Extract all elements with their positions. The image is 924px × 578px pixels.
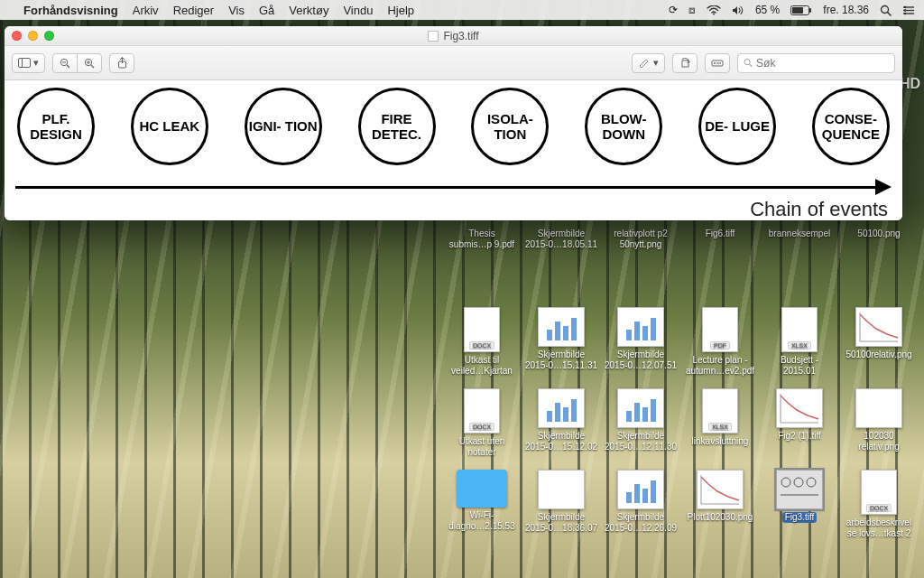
svg-point-36: [794, 478, 803, 487]
share-button[interactable]: [109, 53, 134, 73]
svg-point-10: [904, 9, 907, 12]
desktop-file[interactable]: Skjermbilde2015-0…15.12.02: [523, 387, 599, 466]
app-name[interactable]: Forhåndsvisning: [23, 4, 118, 17]
chain-caption: Chain of events: [15, 198, 892, 220]
desktop-file[interactable]: 50100.png: [841, 224, 917, 303]
desktop-file[interactable]: PDFLecture plan -autumn…ev2.pdf: [682, 305, 758, 385]
desktop-file[interactable]: Skjermbilde2015-0…12.26.09: [603, 468, 679, 547]
file-thumbnail: XLSX: [702, 388, 738, 434]
desktop-file[interactable]: branneksempel: [762, 224, 837, 303]
macos-menubar: Forhåndsvisning Arkiv Rediger Vis Gå Ver…: [0, 0, 924, 20]
window-minimize-button[interactable]: [28, 31, 38, 41]
file-label: Skjermbilde2015-0…18.36.07: [525, 512, 597, 533]
desktop-file[interactable]: DOCXarbeidsbeskrivelse lovs…tkast 2: [841, 468, 917, 547]
file-thumbnail: [617, 388, 664, 428]
hd-watermark: HD: [900, 76, 920, 92]
desktop-file[interactable]: Wi-Fi-diagno…2.15.53: [444, 468, 520, 547]
file-label: linkavsluttning: [692, 436, 749, 447]
document-canvas[interactable]: PLF. DESIGN HC LEAK IGNI- TION FIRE DETE…: [5, 80, 902, 220]
window-close-button[interactable]: [12, 31, 22, 41]
file-label: Budsjett -2015.01: [781, 355, 818, 376]
svg-point-27: [744, 59, 750, 64]
desktop-file[interactable]: 50100relativ.png: [841, 305, 917, 385]
sync-icon[interactable]: ⟳: [669, 4, 678, 16]
desktop-file[interactable]: Fig2 (1).tiff: [762, 387, 837, 466]
window-title: Fig3.tiff: [443, 30, 478, 42]
svg-line-20: [91, 65, 94, 68]
file-thumbnail: [617, 470, 664, 509]
window-zoom-button[interactable]: [44, 31, 54, 41]
notification-center-icon[interactable]: [902, 5, 915, 15]
desktop-file[interactable]: XLSXBudsjett -2015.01: [762, 305, 837, 385]
svg-line-28: [750, 64, 753, 67]
file-label: Utkast utennotater: [459, 436, 505, 457]
desktop-file[interactable]: Skjermbilde2015-0…12.07.51: [603, 305, 679, 385]
file-thumbnail: [617, 307, 664, 347]
desktop-file[interactable]: XLSXlinkavsluttning: [682, 387, 758, 466]
file-label: relativplott p250nytt.png: [614, 228, 667, 249]
file-label: Thesissubmis…p 9.pdf: [449, 228, 514, 249]
desktop-file[interactable]: Plott102030.png: [682, 468, 758, 547]
menu-rediger[interactable]: Rediger: [173, 4, 215, 17]
file-label: Fig6.tiff: [706, 228, 735, 239]
file-thumbnail: DOCX: [861, 470, 897, 515]
preview-toolbar: ▾ ▾: [5, 46, 902, 80]
menubar-clock[interactable]: fre. 18.36: [823, 4, 869, 16]
menu-ga[interactable]: Gå: [259, 4, 274, 17]
chain-node-isolation: ISOLA- TION: [471, 88, 549, 165]
svg-line-5: [888, 12, 892, 15]
desktop-icons-grid: Thesissubmis…p 9.pdfSkjermbilde2015-0…18…: [433, 224, 917, 571]
search-input[interactable]: [756, 57, 889, 70]
desktop-file[interactable]: Skjermbilde2015-0…18.05.11: [523, 224, 599, 303]
desktop-file[interactable]: Fig3.tiff: [762, 468, 837, 547]
chain-node-blowdown: BLOW- DOWN: [585, 88, 662, 165]
desktop-file[interactable]: Skjermbilde2015-0…12.11.30: [603, 387, 679, 466]
sidebar-view-button[interactable]: ▾: [12, 53, 45, 73]
wifi-icon[interactable]: [707, 5, 721, 15]
volume-icon[interactable]: [732, 5, 744, 15]
svg-point-11: [904, 12, 907, 14]
desktop-file[interactable]: Fig6.tiff: [682, 224, 758, 303]
file-label: arbeidsbeskrivelse lovs…tkast 2: [846, 517, 911, 538]
file-label: Skjermbilde2015-0…12.11.30: [605, 431, 677, 452]
menu-vis[interactable]: Vis: [228, 4, 245, 17]
toolbar-search-field[interactable]: [737, 53, 895, 73]
desktop-file[interactable]: Skjermbilde2015-0…15.11.31: [523, 305, 599, 385]
menu-verktoy[interactable]: Verktøy: [289, 4, 328, 17]
preview-window: Fig3.tiff ▾ ▾: [5, 26, 902, 220]
desktop-file[interactable]: relativplott p250nytt.png: [603, 224, 679, 303]
desktop-file[interactable]: Skjermbilde2015-0…18.36.07: [523, 468, 599, 547]
spotlight-icon[interactable]: [880, 5, 892, 16]
desktop-file[interactable]: 102030relativ.png: [841, 387, 917, 466]
zoom-out-button[interactable]: [52, 53, 78, 73]
menu-arkiv[interactable]: Arkiv: [133, 4, 159, 17]
svg-rect-3: [809, 8, 811, 13]
chain-arrow: [15, 178, 892, 196]
desktop-file[interactable]: DOCXUtkast tilveiled…Kjartan: [444, 305, 520, 385]
desktop-file[interactable]: Thesissubmis…p 9.pdf: [444, 224, 520, 303]
rotate-button[interactable]: [672, 53, 698, 73]
window-titlebar[interactable]: Fig3.tiff: [5, 26, 902, 46]
menu-hjelp[interactable]: Hjelp: [387, 4, 414, 17]
file-label: 50100.png: [857, 228, 900, 239]
file-thumbnail: [855, 388, 902, 428]
chain-node-consequence: CONSE- QUENCE: [812, 88, 890, 165]
chain-node-ignition: IGNI- TION: [245, 88, 322, 165]
highlight-button[interactable]: ▾: [632, 53, 665, 73]
battery-icon[interactable]: [790, 5, 812, 15]
file-label: Skjermbilde2015-0…12.26.09: [605, 512, 677, 533]
bluetooth-icon[interactable]: ⧈: [688, 4, 696, 16]
svg-point-35: [781, 478, 790, 487]
file-label: Lecture plan -autumn…ev2.pdf: [686, 355, 754, 376]
file-label: Skjermbilde2015-0…15.12.02: [525, 431, 597, 452]
markup-button[interactable]: [705, 53, 730, 73]
file-thumbnail: [538, 388, 585, 428]
chain-of-events-row: PLF. DESIGN HC LEAK IGNI- TION FIRE DETE…: [15, 88, 892, 165]
svg-rect-23: [682, 61, 688, 67]
desktop-file[interactable]: DOCXUtkast utennotater: [444, 387, 520, 466]
zoom-in-button[interactable]: [77, 53, 102, 73]
svg-line-16: [67, 65, 69, 68]
menu-vindu[interactable]: Vindu: [343, 4, 373, 17]
file-label: Skjermbilde2015-0…18.05.11: [525, 228, 597, 249]
file-label: Plott102030.png: [688, 512, 753, 523]
